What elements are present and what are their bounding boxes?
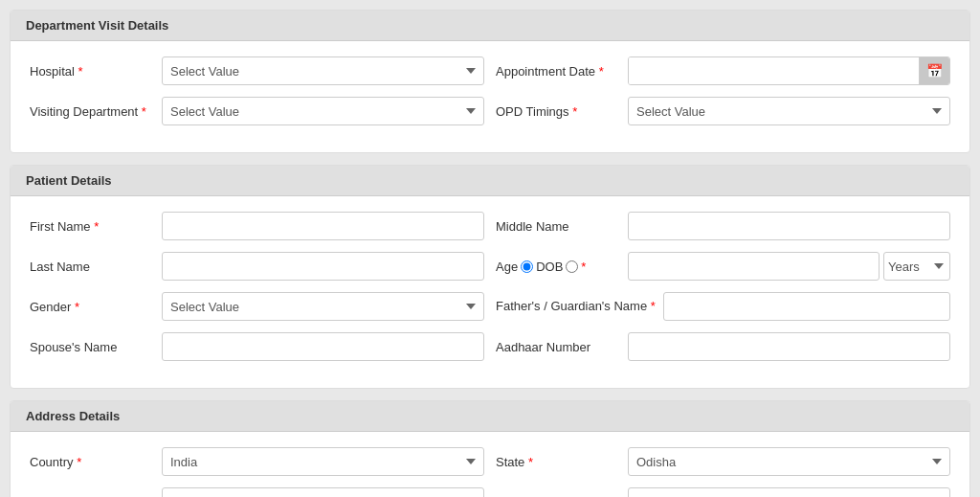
- visiting-department-label: Visiting Department *: [30, 104, 154, 119]
- calendar-icon[interactable]: 📅: [919, 57, 949, 84]
- hospital-appointment-row: Hospital * Select Value Appointment Date…: [30, 56, 950, 85]
- last-name-group: Last Name: [30, 252, 484, 281]
- appointment-date-label: Appointment Date *: [496, 64, 620, 79]
- country-label: Country *: [30, 455, 154, 469]
- spouse-aadhaar-row: Spouse's Name Aadhaar Number: [30, 332, 950, 361]
- age-dob-group: Age DOB * Years Mo: [496, 252, 950, 281]
- dob-radio[interactable]: [566, 260, 578, 273]
- patient-details-section: Patient Details First Name * Middle Name: [10, 165, 970, 389]
- country-select[interactable]: India: [162, 447, 484, 476]
- hospital-label: Hospital *: [30, 64, 154, 79]
- visiting-department-group: Visiting Department * Select Value: [30, 97, 484, 125]
- middle-name-group: Middle Name: [496, 212, 950, 240]
- country-state-row: Country * India State * Odisha: [30, 447, 950, 476]
- visiting-department-select[interactable]: Select Value: [162, 97, 484, 125]
- aadhaar-label: Aadhaar Number: [496, 340, 620, 354]
- address-details-header: Address Details: [11, 401, 969, 432]
- page-container: Department Visit Details Hospital * Sele…: [0, 0, 980, 497]
- department-visit-body: Hospital * Select Value Appointment Date…: [11, 41, 969, 152]
- father-guardian-label: Father's / Guardian's Name *: [496, 299, 656, 315]
- appointment-date-group: Appointment Date * 📅: [496, 56, 950, 85]
- state-select[interactable]: Odisha: [628, 447, 950, 476]
- father-guardian-input[interactable]: [663, 292, 950, 321]
- opd-timings-select[interactable]: Select Value: [628, 97, 950, 125]
- department-visit-header: Department Visit Details: [11, 11, 969, 41]
- street-input[interactable]: [628, 487, 950, 497]
- years-select[interactable]: Years Months Days: [883, 252, 950, 281]
- gender-label: Gender *: [30, 300, 154, 314]
- dob-text: DOB: [536, 260, 563, 274]
- age-dob-label: Age DOB *: [496, 260, 620, 274]
- appointment-date-wrapper: 📅: [628, 56, 950, 85]
- spouse-name-label: Spouse's Name: [30, 340, 154, 354]
- country-group: Country * India: [30, 447, 484, 476]
- gender-select[interactable]: Select Value: [162, 292, 484, 321]
- spouse-name-input[interactable]: [162, 332, 484, 361]
- last-name-input[interactable]: [162, 252, 484, 281]
- gender-group: Gender * Select Value: [30, 292, 484, 321]
- aadhaar-input[interactable]: [628, 332, 950, 361]
- middle-name-input[interactable]: [628, 212, 950, 240]
- hospital-group: Hospital * Select Value: [30, 56, 484, 85]
- firstname-middlename-row: First Name * Middle Name: [30, 212, 950, 240]
- first-name-input[interactable]: [162, 212, 484, 240]
- lastname-agedob-row: Last Name Age DOB *: [30, 252, 950, 281]
- appointment-date-input[interactable]: [629, 57, 919, 84]
- father-guardian-group: Father's / Guardian's Name *: [496, 292, 950, 321]
- hno-group: H.No. *: [30, 487, 484, 497]
- aadhaar-group: Aadhaar Number: [496, 332, 950, 361]
- age-radio-label[interactable]: [521, 260, 533, 273]
- middle-name-label: Middle Name: [496, 219, 620, 234]
- age-text: Age: [496, 260, 518, 274]
- visiting-dept-opd-row: Visiting Department * Select Value OPD T…: [30, 97, 950, 125]
- age-input-wrapper: Years Months Days: [628, 252, 950, 281]
- department-visit-section: Department Visit Details Hospital * Sele…: [10, 10, 970, 153]
- hno-street-row: H.No. * Street *: [30, 487, 950, 497]
- first-name-label: First Name *: [30, 219, 154, 234]
- address-details-title: Address Details: [26, 409, 120, 423]
- dob-radio-label[interactable]: [566, 260, 578, 273]
- hospital-select[interactable]: Select Value: [162, 56, 484, 85]
- opd-timings-group: OPD Timings * Select Value: [496, 97, 950, 125]
- patient-details-header: Patient Details: [11, 166, 969, 196]
- department-visit-title: Department Visit Details: [26, 18, 168, 33]
- gender-guardian-row: Gender * Select Value Father's / Guardia…: [30, 292, 950, 321]
- address-details-body: Country * India State * Odisha: [11, 432, 969, 497]
- state-group: State * Odisha: [496, 447, 950, 476]
- state-label: State *: [496, 455, 620, 469]
- age-value-input[interactable]: [628, 252, 880, 281]
- spouse-name-group: Spouse's Name: [30, 332, 484, 361]
- street-group: Street *: [496, 487, 950, 497]
- patient-details-body: First Name * Middle Name Last Name: [11, 196, 969, 388]
- first-name-group: First Name *: [30, 212, 484, 240]
- address-details-section: Address Details Country * India State *: [10, 400, 970, 497]
- opd-timings-label: OPD Timings *: [496, 104, 620, 119]
- patient-details-title: Patient Details: [26, 173, 112, 188]
- last-name-label: Last Name: [30, 260, 154, 274]
- age-radio[interactable]: [521, 260, 533, 273]
- hno-input[interactable]: [162, 487, 484, 497]
